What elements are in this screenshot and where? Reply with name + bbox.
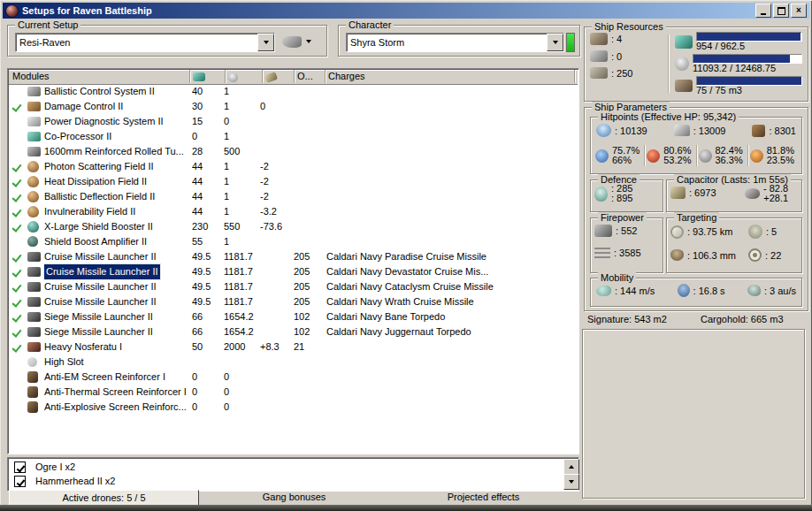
table-row[interactable]: Heavy Nosferatu I502000+8.321 [9, 339, 578, 355]
character-combobox-value: Shyra Storm [347, 37, 547, 48]
armor-hp-value: : 13009 [693, 126, 726, 136]
table-row[interactable]: Co-Processor II01 [9, 129, 578, 144]
column-header-cpu[interactable] [189, 70, 226, 83]
active-checkmark [11, 234, 26, 249]
module-name: Siege Missile Launcher II [44, 324, 189, 339]
capacitor-value: 0 [260, 99, 294, 114]
table-row[interactable]: Heat Dissipation Field II441-2 [9, 174, 578, 189]
table-row[interactable]: Power Diagnostic System II150 [9, 114, 578, 129]
module-icon-cell [27, 159, 43, 174]
cap-booster-icon [745, 188, 760, 199]
capacitor-value [260, 355, 294, 370]
charge-name [326, 99, 576, 114]
powergrid-value: 1654.2 [224, 324, 260, 339]
dronebay-usage: 75 / 75 m3 [696, 76, 802, 95]
active-checkmark [11, 204, 26, 219]
structure-hp-value: : 8301 [769, 126, 796, 136]
ship-menu-button[interactable] [282, 33, 318, 50]
table-row[interactable]: Cruise Missile Launcher II49.51181.7205C… [9, 279, 578, 294]
warp-icon [747, 285, 761, 296]
check-icon [11, 297, 21, 308]
table-row[interactable]: Cruise Missile Launcher II49.51181.7205C… [9, 249, 578, 264]
module-icon-cell [27, 114, 43, 129]
drone-checkbox[interactable] [14, 461, 26, 473]
charge-name: Caldari Navy Paradise Cruise Missile [326, 249, 576, 264]
powergrid-value: 0 [224, 400, 260, 415]
ammo-count [294, 114, 326, 129]
drones-scrollbar[interactable] [563, 459, 578, 490]
rig-module-icon [27, 371, 38, 383]
firepower-group: Firepower : 552: 3585 [590, 217, 663, 273]
firepower-values: : 552: 3585 [594, 225, 641, 258]
ammo-count: 205 [294, 279, 326, 294]
cap-recharge-rate: +28.1 [763, 194, 788, 203]
powergrid-value: 1 [224, 234, 260, 249]
tab-projected-effects[interactable]: Projected effects [389, 490, 578, 505]
table-row[interactable]: Ballistic Control System II401 [9, 84, 578, 99]
table-row[interactable]: X-Large Shield Booster II230550-73.6 [9, 219, 578, 234]
lnch-module-icon [27, 327, 41, 337]
table-row[interactable]: High Slot [9, 355, 578, 370]
powergrid-value: 1 [224, 129, 260, 144]
ammo-count: 205 [294, 249, 326, 264]
list-item[interactable]: Ogre I x2 [9, 460, 563, 474]
setup-combobox-dropdown[interactable] [257, 34, 274, 51]
capacitor-value [260, 264, 294, 279]
active-checkmark [11, 99, 26, 114]
current-setup-group: Current Setup Resi-Raven [7, 25, 327, 57]
minimize-button[interactable] [755, 4, 771, 18]
drone-checkbox[interactable] [14, 476, 26, 487]
powergrid-value: 0 [224, 114, 260, 129]
module-icon-cell [27, 400, 43, 415]
active-checkmark [11, 144, 26, 159]
targeting-group: Targeting : 93.75 km: 5: 106.3 mm: 22 [666, 217, 802, 273]
thermal-resist: 80.6%53.2% [645, 145, 695, 166]
table-row[interactable]: Anti-EM Screen Reinforcer I00 [9, 370, 578, 385]
active-checkmark [11, 370, 26, 385]
table-row[interactable]: Siege Missile Launcher II661654.2102Cald… [9, 324, 578, 339]
table-row[interactable]: Anti-Thermal Screen Reinforcer I00 [9, 385, 578, 400]
scanres-value: : 106.3 mm [687, 250, 736, 261]
title-bar[interactable]: Setups for Raven Battleship × [3, 3, 809, 19]
scroll-down-button[interactable] [563, 474, 579, 490]
table-row[interactable]: Damage Control II3010 [9, 99, 578, 114]
module-name: Cruise Missile Launcher II [44, 279, 189, 294]
speed-mobility: : 144 m/s [596, 284, 655, 297]
module-name: Anti-Explosive Screen Reinforc... [44, 400, 189, 415]
check-icon [16, 477, 25, 486]
chevron-down-icon [306, 40, 311, 43]
fturret-firepower: : 552 [594, 225, 641, 237]
column-header-capacitor[interactable] [262, 70, 295, 83]
missiles-firepower: : 3585 [594, 248, 641, 258]
charge-name [326, 355, 576, 370]
table-row[interactable]: Ballistic Deflection Field II441-2 [9, 189, 578, 204]
table-row[interactable]: Siege Missile Launcher II661654.2102Cald… [9, 309, 578, 324]
table-row[interactable]: Shield Boost Amplifier II551 [9, 234, 578, 249]
table-row[interactable]: Cruise Missile Launcher II49.51181.7205C… [9, 264, 578, 279]
close-button[interactable]: × [791, 4, 807, 18]
signature-value: Signature: 543 m2 [587, 314, 667, 324]
charge-name [326, 144, 576, 159]
cpu-usage-text: 954 / 962.5 [696, 42, 802, 51]
hardpoint-list: : 4: 0: 250 [590, 33, 666, 79]
character-combobox[interactable]: Shyra Storm [346, 33, 564, 52]
maximize-button[interactable] [773, 4, 789, 18]
ammo-count [294, 370, 326, 385]
column-header-ammo[interactable]: O... [294, 70, 326, 83]
table-row[interactable]: Invulnerability Field II441-3.2 [9, 204, 578, 219]
column-header-powergrid[interactable] [225, 70, 263, 83]
table-row[interactable]: 1600mm Reinforced Rolled Tu...28500 [9, 144, 578, 159]
ship-resources-title: Ship Resources [592, 21, 666, 32]
column-header-charges[interactable]: Charges [325, 70, 575, 83]
character-combobox-dropdown[interactable] [547, 34, 563, 51]
column-header-modules[interactable]: Modules [9, 70, 190, 83]
scroll-up-button[interactable] [563, 459, 579, 475]
table-row[interactable]: Photon Scattering Field II441-2 [9, 159, 578, 174]
tab-gang-bonuses[interactable]: Gang bonuses [199, 490, 389, 505]
table-row[interactable]: Cruise Missile Launcher II49.51181.7205C… [9, 294, 578, 309]
active-checkmark [11, 84, 26, 99]
table-row[interactable]: Anti-Explosive Screen Reinforc...00 [9, 400, 578, 415]
missiles-icon [594, 248, 610, 258]
list-item[interactable]: Hammerhead II x2 [9, 474, 563, 488]
setup-combobox[interactable]: Resi-Raven [15, 33, 275, 52]
